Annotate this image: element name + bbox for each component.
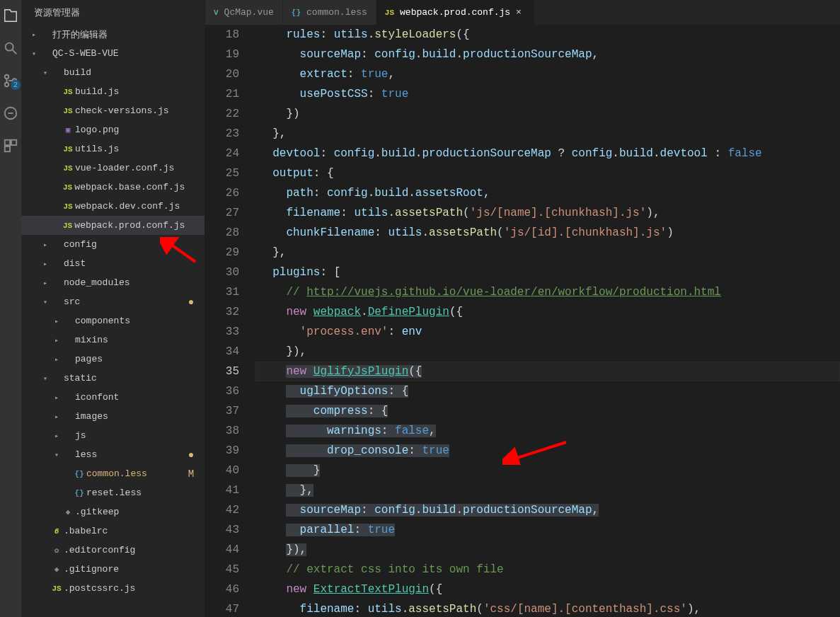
folder-mixins[interactable]: ▸mixins (21, 330, 205, 350)
code-line[interactable]: new ExtractTextPlugin({ (255, 579, 840, 599)
code-line[interactable]: path: config.build.assetsRoot, (255, 183, 840, 203)
folder-js[interactable]: ▸js (21, 426, 205, 445)
line-number: 31 (205, 282, 239, 302)
code-line[interactable]: }) (255, 104, 840, 124)
code-content[interactable]: rules: utils.styleLoaders({ sourceMap: c… (255, 25, 840, 617)
file-icon: ◆ (50, 565, 64, 574)
code-line[interactable]: compress: { (255, 401, 840, 421)
code-line[interactable]: 'process.env': env (255, 322, 840, 342)
extensions-icon[interactable] (2, 137, 19, 154)
file-editorconfig[interactable]: ✿.editorconfig (21, 541, 205, 560)
code-line[interactable]: sourceMap: config.build.productionSource… (255, 500, 840, 520)
search-icon[interactable] (2, 40, 19, 57)
line-number: 42 (205, 500, 239, 520)
code-line[interactable]: }, (255, 124, 840, 144)
code-line[interactable]: usePostCSS: true (255, 84, 840, 104)
line-number: 29 (205, 243, 239, 263)
file-babelrc[interactable]: 6.babelrc (21, 521, 205, 541)
file-icon: JS (61, 221, 75, 230)
tree-label: 打开的编辑器 (52, 28, 185, 41)
scm-badge: 2 (11, 80, 21, 90)
code-line[interactable]: }), (255, 342, 840, 362)
file-vue-loader-conf[interactable]: JSvue-loader.conf.js (21, 158, 205, 178)
tab-file-icon: JS (385, 8, 394, 17)
file-reset-less[interactable]: {}reset.less (21, 483, 205, 502)
scm-icon[interactable]: 2 (2, 72, 19, 89)
debug-icon[interactable] (2, 105, 19, 122)
code-line[interactable]: filename: utils.assetsPath('js/[name].[c… (255, 203, 840, 223)
folder-static[interactable]: ▾static (21, 369, 205, 388)
code-line[interactable]: }), (255, 540, 840, 560)
folder-config[interactable]: ▸config (21, 235, 205, 254)
code-line[interactable]: uglifyOptions: { (255, 381, 840, 401)
folder-src[interactable]: ▾src● (21, 292, 205, 311)
explorer-icon[interactable] (2, 7, 19, 24)
file-icon: JS (61, 202, 75, 211)
folder-components[interactable]: ▸components (21, 311, 205, 330)
line-number: 22 (205, 104, 239, 124)
folder-iconfont[interactable]: ▸iconfont (21, 388, 205, 407)
code-line[interactable]: parallel: true (255, 520, 840, 540)
file-webpack-dev-conf[interactable]: JSwebpack.dev.conf.js (21, 197, 205, 216)
file-gitignore[interactable]: ◆.gitignore (21, 560, 205, 579)
status-indicator: M (185, 468, 197, 480)
file-icon: JS (61, 164, 75, 173)
code-line[interactable]: devtool: config.build.productionSourceMa… (255, 144, 840, 163)
tab-common-less[interactable]: {}common.less (283, 0, 376, 25)
file-utils-js[interactable]: JSutils.js (21, 139, 205, 158)
tree-label: mixins (75, 335, 185, 345)
folder-node-modules[interactable]: ▸node_modules (21, 273, 205, 292)
caret-icon: ▾ (52, 451, 61, 459)
tree-label: webpack.dev.conf.js (75, 201, 185, 212)
file-postcssrc[interactable]: JS.postcssrc.js (21, 579, 205, 598)
file-common-less[interactable]: {}common.lessM (21, 464, 205, 483)
folder-build[interactable]: ▾build (21, 63, 205, 82)
section-project[interactable]: ▾QC-S-WEB-VUE (21, 44, 205, 63)
file-webpack-prod-conf[interactable]: JSwebpack.prod.conf.js (21, 216, 205, 235)
file-logo-png[interactable]: ▣logo.png (21, 120, 205, 139)
line-number: 32 (205, 302, 239, 322)
code-line[interactable]: sourceMap: config.build.productionSource… (255, 45, 840, 64)
code-line[interactable]: // extract css into its own file (255, 560, 840, 579)
tree-label: components (75, 316, 185, 326)
code-line[interactable]: warnings: false, (255, 421, 840, 441)
folder-images[interactable]: ▸images (21, 407, 205, 426)
code-line[interactable]: }, (255, 480, 840, 500)
code-line[interactable]: plugins: [ (255, 263, 840, 282)
code-line[interactable]: new webpack.DefinePlugin({ (255, 302, 840, 322)
caret-icon: ▸ (52, 413, 61, 421)
tab-label: webpack.prod.conf.js (400, 7, 510, 18)
file-icon: JS (61, 107, 75, 115)
close-icon[interactable]: × (516, 7, 526, 18)
code-line[interactable]: filename: utils.assetsPath('css/[name].[… (255, 599, 840, 617)
tab-webpack-prod[interactable]: JSwebpack.prod.conf.js× (376, 0, 535, 25)
svg-point-3 (5, 83, 9, 87)
folder-less[interactable]: ▾less● (21, 445, 205, 464)
svg-point-2 (5, 75, 9, 79)
code-line[interactable]: chunkFilename: utils.assetsPath('js/[id]… (255, 223, 840, 243)
tab-file-icon: V (214, 8, 219, 17)
code-line[interactable]: drop_console: true (255, 441, 840, 461)
code-line[interactable]: new UglifyJsPlugin({ (255, 362, 840, 381)
code-line[interactable]: output: { (255, 163, 840, 183)
section-open-editors[interactable]: ▸打开的编辑器 (21, 25, 205, 44)
tab-qcmap-vue[interactable]: VQcMap.vue (205, 0, 283, 25)
code-line[interactable]: rules: utils.styleLoaders({ (255, 25, 840, 45)
line-number: 28 (205, 223, 239, 243)
file-icon: {} (72, 489, 86, 497)
folder-pages[interactable]: ▸pages (21, 350, 205, 369)
status-indicator: ● (185, 449, 197, 461)
file-gitkeep[interactable]: ◆.gitkeep (21, 502, 205, 521)
tree-label: iconfont (75, 392, 185, 403)
code-line[interactable]: extract: true, (255, 64, 840, 84)
code-line[interactable]: }, (255, 243, 840, 263)
editor[interactable]: 1819202122232425262728293031323334353637… (205, 25, 840, 617)
folder-dist[interactable]: ▸dist (21, 254, 205, 273)
code-line[interactable]: } (255, 461, 840, 480)
file-build-js[interactable]: JSbuild.js (21, 82, 205, 101)
file-check-versions-js[interactable]: JScheck-versions.js (21, 101, 205, 120)
file-webpack-base-conf[interactable]: JSwebpack.base.conf.js (21, 178, 205, 197)
svg-point-0 (6, 43, 13, 51)
code-line[interactable]: // http://vuejs.github.io/vue-loader/en/… (255, 282, 840, 302)
file-icon: ✿ (50, 546, 64, 555)
